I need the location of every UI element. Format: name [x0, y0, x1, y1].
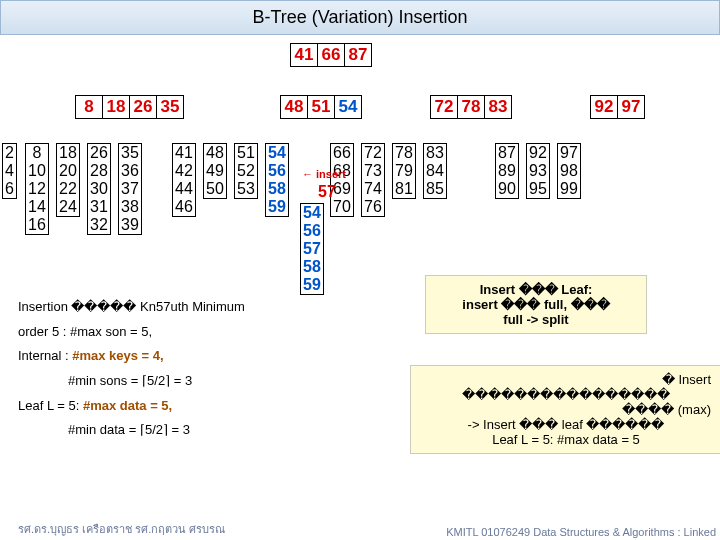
leaf-node: 72737476 [361, 143, 385, 217]
leaf-node: 18202224 [56, 143, 80, 217]
leaf-node: 41424446 [172, 143, 196, 217]
root-node: 416687 [290, 43, 372, 67]
leaf-node: 66686970 [330, 143, 354, 217]
leaf-node: 54565859 [265, 143, 289, 217]
internal-node: 8182635 [75, 95, 184, 119]
leaf-node: 484950 [203, 143, 227, 199]
leaf-node: 2628303132 [87, 143, 111, 235]
overflow-node: 5456575859 [300, 203, 324, 295]
leaf-node: 515253 [234, 143, 258, 199]
internal-node: 485154 [280, 95, 362, 119]
internal-node: 9297 [590, 95, 645, 119]
leaf-node: 787981 [392, 143, 416, 199]
leaf-node: 979899 [557, 143, 581, 199]
page-title: B-Tree (Variation) Insertion [0, 0, 720, 35]
leaf-node: 838485 [423, 143, 447, 199]
rules-text: Insertion ����� Kn57uth Minimum order 5 … [18, 295, 245, 443]
leaf-node: 810121416 [25, 143, 49, 235]
footer-right: KMITL 01076249 Data Structures & Algorit… [446, 526, 716, 538]
callout-max: � Insert ���������������� ���� (max) -> … [410, 365, 720, 454]
leaf-node: 3536373839 [118, 143, 142, 235]
insert-arrow-label: ← insert [302, 168, 346, 180]
internal-node: 727883 [430, 95, 512, 119]
leaf-node: 929395 [526, 143, 550, 199]
leaf-node: 878990 [495, 143, 519, 199]
rule-internal: Internal : [18, 348, 72, 363]
footer-left: รศ.ดร.บุญธร เครือตราช รศ.กฤตวน ศรบรณ [18, 520, 225, 538]
btree-diagram: 416687 8182635 485154 727883 9297 246 81… [0, 43, 720, 303]
insert-value: 57 [318, 183, 336, 201]
leaf-node: 246 [2, 143, 17, 199]
callout-split: Insert ��� Leaf: insert ��� full, ��� fu… [425, 275, 647, 334]
